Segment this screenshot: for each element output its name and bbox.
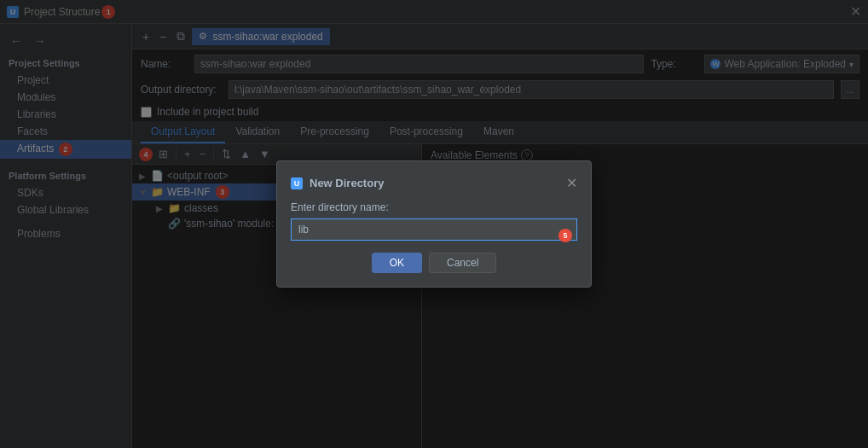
input-badge-5: 5 — [558, 229, 572, 242]
new-directory-modal: U New Directory ✕ Enter directory name: … — [276, 160, 592, 288]
modal-buttons: OK Cancel — [291, 253, 577, 273]
cancel-button[interactable]: Cancel — [429, 253, 496, 273]
modal-prompt-label: Enter directory name: — [291, 201, 577, 213]
directory-name-input[interactable] — [291, 218, 577, 241]
modal-header: U New Directory ✕ — [291, 175, 577, 191]
modal-overlay: U New Directory ✕ Enter directory name: … — [0, 0, 868, 448]
modal-title-icon: U — [291, 177, 303, 189]
ok-button[interactable]: OK — [372, 253, 422, 273]
modal-close-button[interactable]: ✕ — [566, 175, 577, 191]
modal-title: New Directory — [310, 177, 566, 189]
